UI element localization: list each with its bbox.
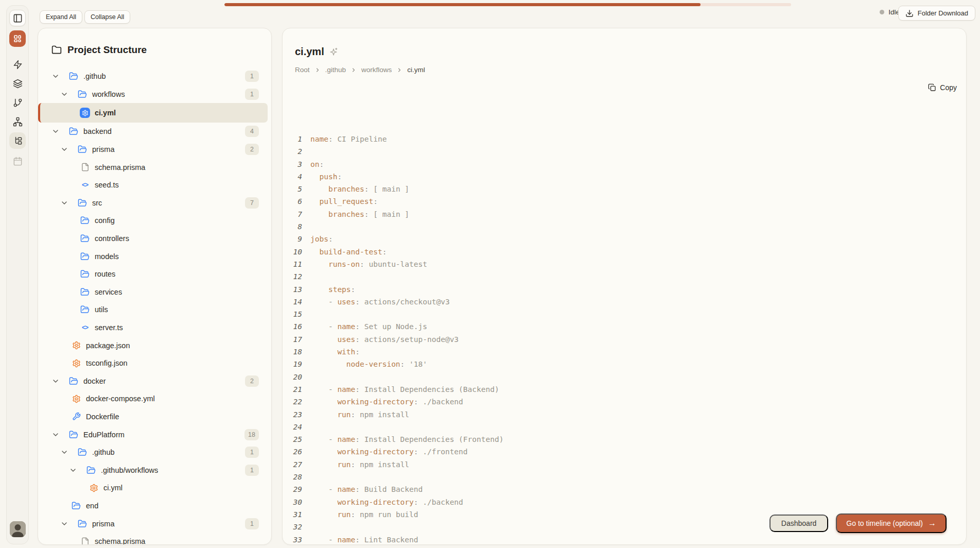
folder-open-icon	[78, 198, 87, 208]
tree-row-label: src	[92, 199, 102, 207]
file-icon	[81, 163, 90, 172]
code-line: 6 pull_request:	[283, 195, 966, 208]
download-icon	[905, 9, 914, 18]
breadcrumb-item[interactable]: .github	[325, 66, 346, 74]
row-chevron[interactable]	[51, 431, 68, 439]
tree-file-package-json[interactable]: package.json	[38, 336, 271, 354]
zap-button[interactable]	[9, 56, 26, 73]
breadcrumb-item[interactable]: ci.yml	[407, 66, 425, 74]
tree-file-server-ts[interactable]: <>server.ts	[38, 319, 271, 337]
tree-file-schema-prisma[interactable]: schema.prisma	[38, 158, 271, 176]
file-tree-button[interactable]	[9, 132, 26, 149]
tree-file-ci-yml[interactable]: ci.yml	[38, 479, 271, 497]
code-line: 24	[283, 421, 966, 433]
tree-row-label: prisma	[92, 145, 115, 153]
tree-folder--github[interactable]: .github1	[38, 67, 271, 85]
row-chevron[interactable]	[60, 520, 77, 528]
tree-row-label: models	[95, 252, 119, 261]
tree-file-ci-yml[interactable]: ci.yml	[38, 103, 268, 123]
tree-folder-routes[interactable]: routes	[38, 265, 271, 283]
tree-file-tsconfig-json[interactable]: tsconfig.json	[38, 354, 271, 372]
panel-toggle-button[interactable]	[9, 10, 26, 26]
tree-row-label: server.ts	[95, 323, 123, 332]
file-tree: .github1workflows1ci.ymlbackend4prisma2s…	[38, 67, 271, 545]
line-number: 25	[283, 433, 302, 446]
user-avatar[interactable]	[10, 521, 26, 537]
breadcrumb-item[interactable]: Root	[295, 66, 310, 74]
tree-folder-backend[interactable]: backend4	[38, 123, 271, 141]
row-chevron[interactable]	[60, 145, 77, 153]
copy-button[interactable]: Copy	[928, 83, 957, 92]
tree-folder-eduplatform[interactable]: EduPlatform18	[38, 425, 271, 443]
dashboard-grid-icon	[13, 34, 22, 43]
tree-row-label: utils	[95, 305, 108, 314]
wrench-icon	[72, 412, 81, 421]
row-chevron[interactable]	[60, 448, 77, 456]
tree-folder-utils[interactable]: utils	[38, 301, 271, 319]
collapse-all-button[interactable]: Collapse All	[84, 10, 130, 24]
folder-download-button[interactable]: Folder Download	[898, 6, 975, 21]
dashboard-grid-button[interactable]	[9, 30, 26, 47]
line-number: 24	[283, 421, 302, 433]
tree-folder-workflows[interactable]: workflows1	[38, 85, 271, 104]
calendar-button[interactable]	[9, 153, 26, 169]
tree-file-dockerfile[interactable]: Dockerfile	[38, 408, 271, 426]
folder-open-icon	[80, 305, 90, 314]
tree-file-docker-compose-yml[interactable]: docker-compose.yml	[38, 390, 271, 408]
chevron-down-icon	[60, 145, 68, 153]
folder-open-icon	[69, 72, 78, 81]
code-file-icon: <>	[82, 181, 88, 189]
row-chevron[interactable]	[60, 199, 77, 207]
tree-row-label: routes	[95, 270, 115, 278]
line-number: 1	[283, 133, 302, 145]
folder-open-icon	[80, 287, 90, 297]
line-number: 27	[283, 458, 302, 471]
tree-file-seed-ts[interactable]: <>seed.ts	[38, 176, 271, 194]
code-line: 8	[283, 220, 966, 233]
workflow-file-icon	[80, 108, 90, 118]
row-chevron[interactable]	[60, 90, 77, 98]
git-branch-button[interactable]	[9, 94, 26, 111]
line-number: 19	[283, 358, 302, 370]
tree-folder-end[interactable]: end	[38, 497, 271, 515]
file-tree-icon	[13, 136, 23, 146]
layers-button[interactable]	[9, 75, 26, 92]
tree-folder-prisma[interactable]: prisma1	[38, 515, 271, 533]
tree-folder--github-workflows[interactable]: .github/workflows1	[38, 461, 271, 479]
tree-row-label: tsconfig.json	[86, 359, 128, 367]
file-title: ci.yml	[295, 46, 324, 58]
line-number: 31	[283, 508, 302, 521]
breadcrumb-item[interactable]: workflows	[361, 66, 392, 74]
tree-folder-services[interactable]: services	[38, 283, 271, 301]
go-to-timeline-label: Go to timeline (optional)	[846, 519, 923, 527]
tree-row-label: EduPlatform	[83, 431, 125, 439]
network-button[interactable]	[9, 113, 26, 130]
row-chevron[interactable]	[51, 377, 68, 385]
tree-folder-controllers[interactable]: controllers	[38, 230, 271, 248]
tree-folder-docker[interactable]: docker2	[38, 372, 271, 390]
line-number: 11	[283, 258, 302, 270]
expand-all-button[interactable]: Expand All	[40, 10, 82, 24]
tree-file-schema-prisma[interactable]: schema.prisma	[38, 533, 271, 545]
panel-left-icon	[13, 13, 23, 23]
tree-folder--github[interactable]: .github1	[38, 443, 271, 461]
code-viewer[interactable]: 1name: CI Pipeline23on:4 push:5 branches…	[283, 129, 966, 545]
folder-open-icon	[80, 252, 90, 261]
line-number: 2	[283, 145, 302, 158]
row-chevron[interactable]	[69, 466, 86, 474]
tree-folder-models[interactable]: models	[38, 247, 271, 265]
row-chevron[interactable]	[51, 127, 68, 135]
dashboard-button[interactable]: Dashboard	[769, 515, 829, 532]
tree-folder-prisma[interactable]: prisma2	[38, 141, 271, 159]
row-chevron[interactable]	[51, 72, 68, 80]
tree-folder-config[interactable]: config	[38, 212, 271, 230]
gear-icon	[72, 341, 81, 350]
tree-folder-src[interactable]: src7	[38, 194, 271, 212]
chevron-down-icon	[51, 377, 60, 385]
line-number: 29	[283, 483, 302, 495]
zap-icon	[13, 60, 23, 70]
folder-open-icon	[80, 216, 90, 225]
go-to-timeline-button[interactable]: Go to timeline (optional) →	[836, 513, 947, 533]
network-icon	[13, 117, 23, 127]
copy-label: Copy	[940, 83, 957, 92]
